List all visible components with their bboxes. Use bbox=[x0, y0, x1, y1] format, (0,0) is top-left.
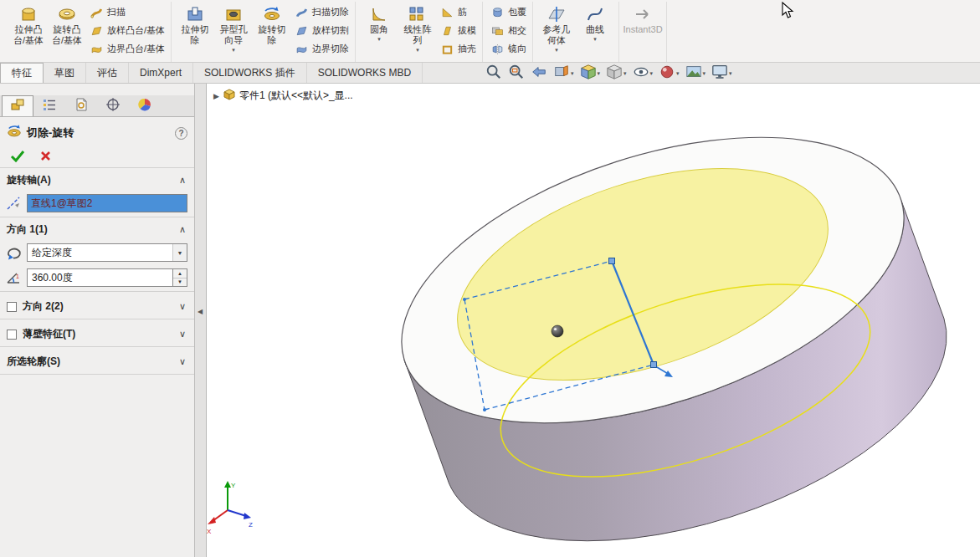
curves-button[interactable]: 曲线▾ bbox=[576, 2, 614, 62]
configuration-manager-tab[interactable] bbox=[65, 95, 97, 116]
zoom-to-fit-button[interactable] bbox=[484, 64, 504, 83]
spinner-up-icon[interactable]: ▲ bbox=[173, 269, 187, 278]
divider bbox=[0, 291, 194, 292]
section-view-button[interactable]: ▾ bbox=[552, 64, 576, 83]
draft-button[interactable]: 拔模 bbox=[440, 23, 476, 38]
linear-pattern-button[interactable]: 线性阵列▾ bbox=[398, 2, 437, 62]
feature-tree-flyout[interactable]: ▶ 零件1 (默认<<默认>_显... bbox=[213, 89, 353, 103]
swept-boss-base-button[interactable]: 扫描 bbox=[90, 5, 165, 19]
graphics-viewport[interactable]: ▶ 零件1 (默认<<默认>_显... bbox=[207, 84, 980, 557]
tab-特征[interactable]: 特征 bbox=[0, 63, 44, 83]
dropdown-arrow-icon[interactable]: ▾ bbox=[571, 70, 574, 77]
hide-show-items-button[interactable]: ▾ bbox=[631, 64, 655, 83]
axis-selected-entity[interactable]: 直线1@草图2 bbox=[28, 195, 187, 212]
revolve-direction-icon[interactable] bbox=[3, 243, 23, 262]
property-manager-panel: 切除-旋转 ? 旋转轴(A) ∧ 直线1@草图2 方向 1(1) bbox=[0, 84, 195, 557]
dropdown-arrow-icon[interactable]: ▾ bbox=[650, 70, 654, 77]
ribbon-stack-cut: 扫描切除放样切割边界切除 bbox=[291, 2, 351, 62]
origin-grip-sphere[interactable] bbox=[552, 325, 563, 337]
scene-icon bbox=[685, 64, 702, 84]
wrap-button[interactable]: 包覆 bbox=[490, 5, 526, 19]
dropdown-arrow-icon[interactable]: ▾ bbox=[623, 70, 627, 77]
end-condition-dropdown[interactable]: 给定深度 ▼ bbox=[27, 243, 187, 262]
angle-input[interactable]: 360.00度 bbox=[27, 268, 173, 287]
chevron-down-icon: ∨ bbox=[179, 329, 186, 340]
property-manager-tab[interactable] bbox=[2, 95, 33, 116]
boundary-cut-button[interactable]: 边界切除 bbox=[295, 42, 349, 56]
axis-selection-box[interactable]: 直线1@草图2 bbox=[27, 194, 187, 212]
thin-feature-checkbox[interactable] bbox=[7, 330, 17, 340]
boundary-boss-base-button[interactable]: 边界凸台/基体 bbox=[90, 42, 165, 56]
zoom-to-area-button[interactable] bbox=[506, 64, 526, 83]
panel-collapse-icon[interactable]: ◀ bbox=[198, 308, 203, 315]
sketch-handle-bottom[interactable] bbox=[651, 362, 657, 368]
thin-feature-section-header[interactable]: 薄壁特征(T) ∨ bbox=[0, 321, 194, 346]
axis-section-header[interactable]: 旋转轴(A) ∧ bbox=[0, 168, 194, 192]
divider bbox=[0, 374, 194, 375]
lofted-boss-base-button[interactable]: 放样凸台/基体 bbox=[90, 23, 165, 38]
sketch-vertex[interactable] bbox=[463, 298, 466, 301]
revolved-boss-base-button[interactable]: 旋转凸台/基体 bbox=[48, 2, 86, 62]
dropdown-arrow-icon[interactable]: ▾ bbox=[676, 70, 680, 77]
tab-SOLIDWORKS 插件[interactable]: SOLIDWORKS 插件 bbox=[193, 63, 307, 83]
help-icon[interactable]: ? bbox=[175, 127, 187, 140]
instant3d-icon bbox=[632, 4, 654, 24]
reference-geometry-button[interactable]: 参考几何体▾ bbox=[537, 2, 576, 62]
revolved-cut-button[interactable]: 旋转切除 bbox=[253, 2, 291, 62]
rib-button[interactable]: 筋 bbox=[440, 5, 476, 19]
direction2-checkbox[interactable] bbox=[7, 302, 17, 312]
wrap-icon bbox=[490, 6, 505, 19]
hole-wizard-button[interactable]: 异型孔向导▾ bbox=[214, 2, 253, 62]
angle-value: 360.00度 bbox=[32, 271, 73, 285]
tab-评估[interactable]: 评估 bbox=[86, 63, 129, 83]
dropdown-arrow-icon: ▾ bbox=[555, 47, 558, 53]
ref-geometry-icon bbox=[546, 4, 567, 24]
tab-DimXpert[interactable]: DimXpert bbox=[129, 63, 193, 83]
dropdown-arrow-icon[interactable]: ▾ bbox=[598, 70, 601, 77]
tab-SOLIDWORKS MBD[interactable]: SOLIDWORKS MBD bbox=[307, 63, 423, 83]
feature-tree-tab[interactable] bbox=[33, 95, 65, 116]
shell-button[interactable]: 抽壳 bbox=[440, 42, 476, 56]
display-style-button[interactable]: ▾ bbox=[604, 64, 629, 83]
dropdown-arrow-icon[interactable]: ▼ bbox=[172, 244, 187, 261]
zoom-area-icon bbox=[508, 64, 525, 84]
view-orientation-button[interactable]: ▾ bbox=[578, 64, 603, 83]
view-settings-button[interactable]: ▾ bbox=[710, 64, 734, 83]
model-scene: Y X Z bbox=[207, 84, 980, 557]
chevron-up-icon: ∧ bbox=[179, 224, 186, 235]
prev-view-icon bbox=[531, 64, 547, 84]
fillet-button[interactable]: 圆角▾ bbox=[360, 2, 398, 62]
sketch-handle-top[interactable] bbox=[609, 258, 615, 264]
lofted-cut-button[interactable]: 放样切割 bbox=[295, 23, 349, 38]
swept-cut-button[interactable]: 扫描切除 bbox=[295, 5, 349, 19]
eye-icon bbox=[633, 64, 649, 84]
dropdown-arrow-icon[interactable]: ▾ bbox=[729, 70, 732, 77]
dropdown-arrow-icon[interactable]: ▾ bbox=[703, 70, 706, 77]
axis-selection-row: 直线1@草图2 bbox=[0, 192, 194, 217]
display-manager-tab[interactable] bbox=[129, 95, 161, 116]
selected-contours-section-header[interactable]: 所选轮廓(S) ∨ bbox=[0, 349, 194, 374]
appearance-icon bbox=[659, 64, 675, 84]
tab-草图[interactable]: 草图 bbox=[44, 63, 86, 83]
edit-appearance-button[interactable]: ▾ bbox=[657, 64, 681, 83]
spinner-down-icon[interactable]: ▼ bbox=[173, 278, 187, 287]
previous-view-button[interactable] bbox=[529, 64, 549, 83]
expand-tree-icon[interactable]: ▶ bbox=[213, 92, 219, 100]
triad-z-label: Z bbox=[249, 521, 253, 529]
sketch-vertex[interactable] bbox=[483, 408, 486, 411]
direction2-section-header[interactable]: 方向 2(2) ∨ bbox=[0, 294, 194, 319]
triad-y-label: Y bbox=[231, 482, 236, 489]
dimxpert-manager-tab[interactable] bbox=[97, 95, 129, 116]
extruded-boss-base-button[interactable]: 拉伸凸台/基体 bbox=[9, 2, 48, 62]
thin-feature-section-label: 薄壁特征(T) bbox=[23, 327, 75, 341]
pm-display-icon bbox=[137, 97, 152, 115]
intersect-button[interactable]: 相交 bbox=[490, 23, 526, 38]
extruded-cut-button[interactable]: 拉伸切除 bbox=[176, 2, 214, 62]
panel-splitter[interactable]: ◀ bbox=[195, 84, 207, 557]
cancel-button[interactable] bbox=[40, 151, 51, 161]
direction1-section-header[interactable]: 方向 1(1) ∧ bbox=[0, 217, 194, 241]
ok-button[interactable] bbox=[10, 150, 25, 162]
mirror-button[interactable]: 镜向 bbox=[490, 42, 526, 56]
instant3d-button[interactable]: Instant3D bbox=[623, 2, 662, 62]
apply-scene-button[interactable]: ▾ bbox=[684, 64, 708, 83]
